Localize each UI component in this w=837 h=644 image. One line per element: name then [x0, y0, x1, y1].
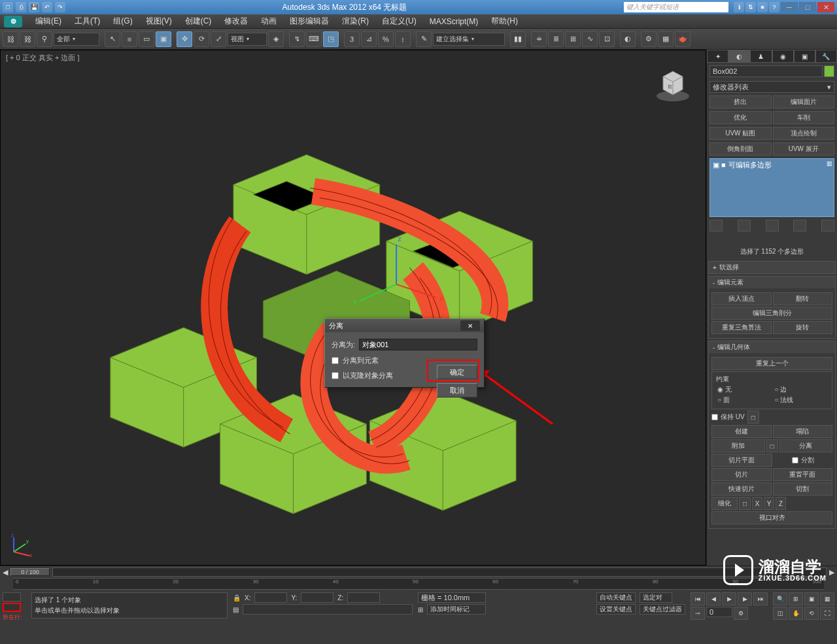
- coord-x-input[interactable]: [254, 592, 287, 603]
- pivot-icon[interactable]: ◈: [268, 31, 284, 47]
- help-icon[interactable]: ?: [769, 2, 779, 12]
- current-frame-input[interactable]: 0: [706, 607, 732, 617]
- menu-modifiers[interactable]: 修改器: [218, 16, 254, 27]
- script-icon[interactable]: ▤: [233, 606, 239, 613]
- menu-tools[interactable]: 工具(T): [68, 16, 107, 27]
- constraint-none-radio[interactable]: ◉ 无: [717, 385, 770, 394]
- spinner-snap-icon[interactable]: ↕: [395, 31, 411, 47]
- maximize-button[interactable]: □: [799, 2, 816, 12]
- select-window-icon[interactable]: ▣: [156, 31, 171, 47]
- edit-tri-button[interactable]: 编辑三角剖分: [711, 307, 832, 320]
- layers-icon[interactable]: ≣: [548, 31, 564, 47]
- menu-customize[interactable]: 自定义(U): [375, 16, 423, 27]
- make-unique-icon[interactable]: [766, 220, 779, 231]
- setkey-button[interactable]: 设置关键点: [596, 604, 636, 615]
- help-search[interactable]: 键入关键字或短语: [624, 2, 728, 12]
- pin-stack-icon[interactable]: [709, 220, 723, 231]
- tab-modify-icon[interactable]: ◐: [728, 50, 750, 63]
- fov-icon[interactable]: ◫: [773, 607, 787, 620]
- zoom-all-icon[interactable]: ⊞: [789, 592, 803, 605]
- show-end-result-icon[interactable]: [738, 220, 751, 231]
- maximize-viewport-icon[interactable]: ⛶: [820, 607, 834, 620]
- selection-filter-dropdown[interactable]: 全部: [54, 33, 99, 46]
- rotate-icon[interactable]: ⟳: [194, 31, 209, 47]
- time-next-icon[interactable]: ▶: [829, 568, 834, 577]
- view-align-button[interactable]: 视口对齐: [711, 511, 832, 524]
- add-time-tag[interactable]: 添加时间标记: [427, 604, 486, 615]
- zoom-icon[interactable]: 🔍: [773, 592, 787, 605]
- create-button[interactable]: 创建: [711, 425, 772, 438]
- mirror-icon[interactable]: ▮▮: [510, 31, 526, 47]
- maxscript-listener[interactable]: [243, 604, 413, 615]
- orbit-icon[interactable]: ⟲: [804, 607, 819, 620]
- key-mode-icon[interactable]: ⊸: [691, 607, 705, 620]
- ref-coord-dropdown[interactable]: 视图: [228, 33, 267, 46]
- constraint-normal-radio[interactable]: ○ 法线: [775, 396, 827, 405]
- star-icon[interactable]: ★: [757, 2, 768, 12]
- viewcube-icon[interactable]: 前: [653, 63, 692, 103]
- autokey-button[interactable]: 自动关键点: [596, 592, 636, 603]
- goto-start-icon[interactable]: ⏮: [691, 592, 705, 605]
- mod-btn-vertexpaint[interactable]: 顶点绘制: [773, 127, 835, 140]
- slice-button[interactable]: 切片: [711, 468, 772, 481]
- modifier-list-dropdown[interactable]: 修改器列表▾: [709, 81, 834, 93]
- flip-button[interactable]: 翻转: [773, 292, 833, 305]
- align-icon[interactable]: ≑: [531, 31, 547, 47]
- render-icon[interactable]: 🫖: [675, 31, 691, 47]
- object-name-input[interactable]: Box002: [709, 65, 823, 77]
- cut-button[interactable]: 切割: [773, 483, 833, 496]
- object-color-swatch[interactable]: [824, 65, 834, 77]
- menu-help[interactable]: 帮助(H): [485, 16, 524, 27]
- marker-icon[interactable]: ⊞: [418, 606, 423, 613]
- constraint-edge-radio[interactable]: ○ 边: [775, 385, 827, 394]
- detach-button[interactable]: 分离: [779, 439, 833, 452]
- time-prev-icon[interactable]: ◀: [3, 568, 8, 577]
- lock-icon[interactable]: 🔒: [233, 594, 241, 602]
- time-ruler[interactable]: 0102030405060708090100: [13, 578, 824, 590]
- collapse-button[interactable]: 塌陷: [773, 425, 833, 438]
- app-logo-icon[interactable]: ⊚: [4, 16, 22, 27]
- repeat-last-button[interactable]: 重复上一个: [711, 357, 832, 370]
- viewport-label[interactable]: [ + 0 正交 真实 + 边面 ]: [6, 53, 79, 63]
- quickslice-button[interactable]: 快速切片: [711, 483, 772, 496]
- menu-maxscript[interactable]: MAXScript(M): [423, 17, 485, 26]
- axis-y-button[interactable]: Y: [764, 497, 774, 510]
- redo-icon[interactable]: ↷: [55, 2, 65, 12]
- selected-button[interactable]: 选定对: [640, 592, 672, 603]
- cancel-button[interactable]: 取消: [437, 383, 477, 398]
- mod-btn-bevelprofile[interactable]: 倒角剖面: [709, 143, 772, 156]
- anglesnap-icon[interactable]: ⊿: [361, 31, 377, 47]
- goto-end-icon[interactable]: ⏭: [753, 592, 768, 605]
- menu-group[interactable]: 组(G): [107, 16, 139, 27]
- rotate-tri-button[interactable]: 旋转: [773, 321, 833, 334]
- coord-z-input[interactable]: [347, 592, 380, 603]
- new-icon[interactable]: □: [3, 2, 13, 12]
- snap3-icon[interactable]: 3: [344, 31, 360, 47]
- select-name-icon[interactable]: ≡: [122, 31, 137, 47]
- zoom-extents-icon[interactable]: ▣: [804, 592, 819, 605]
- mod-btn-unwrap[interactable]: UVW 展开: [773, 143, 835, 156]
- menu-edit[interactable]: 编辑(E): [29, 16, 68, 27]
- reset-plane-button[interactable]: 重置平面: [773, 468, 833, 481]
- mod-btn-uvwmap[interactable]: UVW 贴图: [709, 127, 772, 140]
- material-icon[interactable]: ◐: [620, 31, 636, 47]
- modifier-stack[interactable]: ▣ ■可编辑多边形 ▥: [709, 158, 834, 217]
- time-slider-handle[interactable]: 0 / 100: [10, 568, 50, 576]
- move-icon[interactable]: ✥: [177, 31, 192, 47]
- rollout-header[interactable]: +软选择: [709, 262, 835, 273]
- kbd-icon[interactable]: ⌨: [306, 31, 322, 47]
- axis-z-button[interactable]: Z: [776, 497, 786, 510]
- dialog-titlebar[interactable]: 分离 ✕: [325, 319, 484, 332]
- unlink-icon[interactable]: ⛓̷: [20, 31, 35, 47]
- coord-y-input[interactable]: [301, 592, 333, 603]
- time-config-icon[interactable]: ⚙: [734, 607, 748, 620]
- keyfilter-button[interactable]: 关键点过滤器: [640, 604, 685, 615]
- split-checkbox[interactable]: 分割: [774, 455, 833, 466]
- schematic-icon[interactable]: ⊡: [599, 31, 615, 47]
- namedsel-edit-icon[interactable]: ✎: [416, 31, 432, 47]
- open-icon[interactable]: ⎙: [16, 2, 26, 12]
- retriangulate-button[interactable]: 重复三角算法: [711, 321, 772, 334]
- scale-icon[interactable]: ⤢: [211, 31, 226, 47]
- zoom-extents-all-icon[interactable]: ▦: [820, 592, 834, 605]
- insert-vertex-button[interactable]: 插入顶点: [711, 292, 772, 305]
